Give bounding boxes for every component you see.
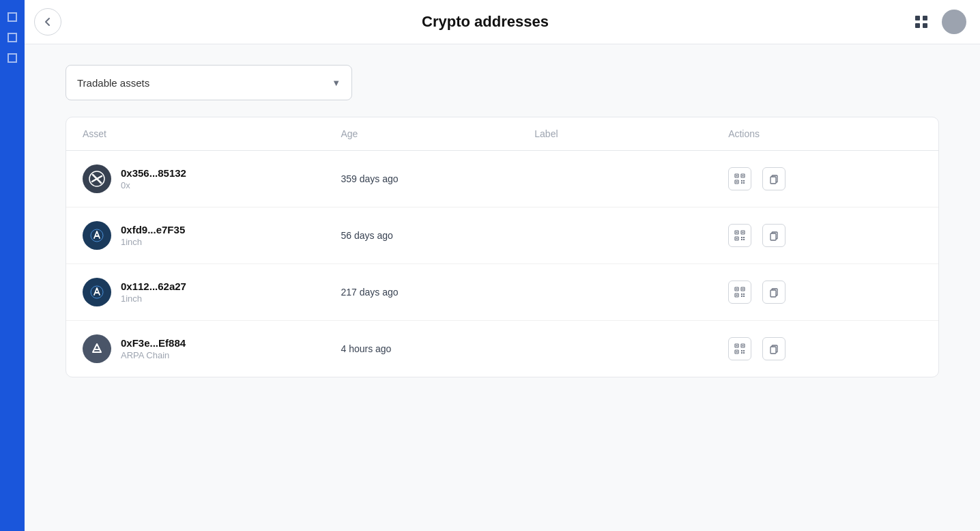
qr-code-icon-1 <box>734 173 745 184</box>
column-label: Label <box>534 128 728 139</box>
copy-icon-4 <box>768 343 779 354</box>
table-row: 0xF3e...Ef884 ARPA Chain 4 hours ago <box>66 321 938 377</box>
asset-name-1: 0x <box>121 180 186 190</box>
asset-filter-dropdown[interactable]: Tradable assets ▼ <box>66 65 352 100</box>
svg-rect-41 <box>736 295 738 296</box>
svg-rect-44 <box>741 296 743 297</box>
table-row: 0xfd9...e7F35 1inch 56 days ago <box>66 207 938 264</box>
qr-button-4[interactable] <box>728 337 751 360</box>
sidebar-item-3[interactable] <box>8 53 17 63</box>
sidebar <box>0 0 25 531</box>
svg-rect-60 <box>770 347 776 354</box>
column-actions: Actions <box>728 128 922 139</box>
svg-rect-52 <box>743 345 744 347</box>
qr-code-icon-3 <box>734 287 745 298</box>
column-age: Age <box>341 128 534 139</box>
age-cell-3: 217 days ago <box>341 287 534 298</box>
svg-rect-1 <box>923 16 927 20</box>
asset-icon-1 <box>83 164 111 193</box>
asset-cell-2: 0xfd9...e7F35 1inch <box>83 221 341 250</box>
asset-name-3: 1inch <box>121 293 186 304</box>
asset-cell-1: 0x356...85132 0x <box>83 164 341 193</box>
svg-rect-2 <box>915 23 920 28</box>
asset-icon-3 <box>83 278 111 306</box>
svg-rect-27 <box>736 238 738 240</box>
coin-svg-3 <box>87 283 106 302</box>
svg-rect-57 <box>741 352 743 354</box>
dropdown-label: Tradable assets <box>77 77 149 89</box>
svg-rect-58 <box>743 352 745 354</box>
svg-rect-56 <box>743 350 745 351</box>
asset-name-2: 1inch <box>121 237 185 247</box>
svg-rect-50 <box>736 345 738 347</box>
sidebar-item-1[interactable] <box>8 12 17 22</box>
table-row: 0x356...85132 0x 359 days ago <box>66 151 938 207</box>
age-cell-4: 4 hours ago <box>341 343 534 354</box>
back-arrow-icon <box>42 16 53 27</box>
asset-cell-3: 0x112...62a27 1inch <box>83 278 341 306</box>
asset-address-1: 0x356...85132 <box>121 167 186 179</box>
addresses-table: Asset Age Label Actions 0x356...85132 <box>66 117 939 377</box>
svg-rect-47 <box>770 290 776 297</box>
sidebar-item-2[interactable] <box>8 33 17 42</box>
asset-info-2: 0xfd9...e7F35 1inch <box>121 224 185 247</box>
copy-button-1[interactable] <box>762 167 786 190</box>
svg-rect-25 <box>743 232 744 233</box>
qr-button-3[interactable] <box>728 281 751 304</box>
svg-rect-33 <box>770 233 776 240</box>
asset-address-2: 0xfd9...e7F35 <box>121 224 185 235</box>
svg-rect-14 <box>741 180 743 182</box>
qr-button-2[interactable] <box>728 224 751 247</box>
asset-info-1: 0x356...85132 0x <box>121 167 186 190</box>
user-avatar[interactable] <box>942 10 966 34</box>
copy-icon-2 <box>768 230 779 241</box>
column-asset: Asset <box>83 128 341 139</box>
svg-rect-45 <box>743 296 745 297</box>
svg-rect-17 <box>743 182 745 184</box>
svg-rect-54 <box>736 351 738 353</box>
svg-rect-3 <box>923 23 927 28</box>
asset-info-3: 0x112...62a27 1inch <box>121 281 186 304</box>
header-actions <box>909 10 966 34</box>
svg-rect-11 <box>743 175 744 177</box>
svg-rect-19 <box>770 177 776 184</box>
grid-apps-icon[interactable] <box>909 10 934 34</box>
svg-rect-42 <box>741 293 743 295</box>
qr-button-1[interactable] <box>728 167 751 190</box>
svg-rect-16 <box>741 182 743 184</box>
coin-svg-1 <box>87 169 106 188</box>
actions-cell-2 <box>728 224 922 247</box>
svg-rect-28 <box>741 237 743 238</box>
copy-button-3[interactable] <box>762 281 786 304</box>
copy-icon-1 <box>768 173 779 184</box>
age-cell-2: 56 days ago <box>341 230 534 241</box>
svg-rect-55 <box>741 350 743 351</box>
svg-rect-30 <box>741 239 743 240</box>
asset-icon-2 <box>83 221 111 250</box>
svg-rect-0 <box>915 16 920 20</box>
table-header: Asset Age Label Actions <box>66 117 938 151</box>
copy-icon-3 <box>768 287 779 298</box>
svg-rect-29 <box>743 237 745 238</box>
actions-cell-1 <box>728 167 922 190</box>
coin-svg-4 <box>87 339 106 358</box>
copy-button-4[interactable] <box>762 337 786 360</box>
copy-button-2[interactable] <box>762 224 786 247</box>
svg-rect-37 <box>736 289 738 290</box>
svg-rect-39 <box>743 289 744 290</box>
grid-svg <box>914 14 929 29</box>
svg-rect-9 <box>736 175 738 177</box>
asset-cell-4: 0xF3e...Ef884 ARPA Chain <box>83 334 341 363</box>
qr-code-icon-2 <box>734 230 745 241</box>
actions-cell-4 <box>728 337 922 360</box>
header: Crypto addresses <box>0 0 980 44</box>
back-button[interactable] <box>34 8 61 35</box>
coin-svg-2 <box>87 226 106 245</box>
svg-rect-15 <box>743 180 745 182</box>
asset-icon-4 <box>83 334 111 363</box>
svg-rect-31 <box>743 239 745 240</box>
svg-rect-23 <box>736 232 738 233</box>
qr-code-icon-4 <box>734 343 745 354</box>
actions-cell-3 <box>728 281 922 304</box>
asset-address-3: 0x112...62a27 <box>121 281 186 292</box>
